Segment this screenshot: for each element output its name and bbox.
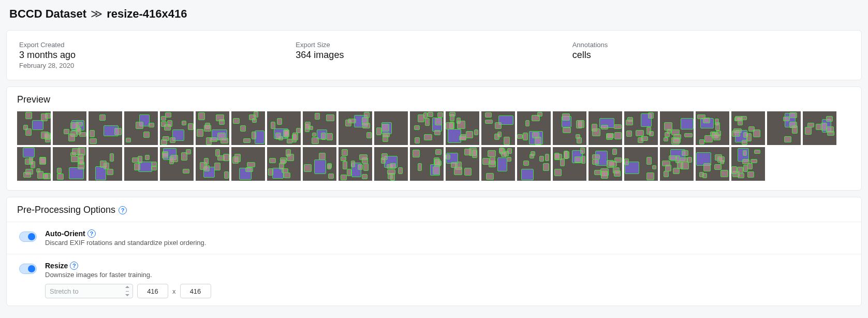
preview-thumbnail[interactable]	[231, 111, 265, 145]
preview-thumbnail[interactable]	[124, 111, 158, 145]
resize-height-input[interactable]	[180, 284, 211, 298]
preview-thumbnail[interactable]	[124, 147, 158, 181]
preview-grid	[7, 111, 861, 190]
dimension-separator: x	[172, 287, 176, 295]
breadcrumb-version[interactable]: resize-416x416	[107, 7, 187, 21]
export-size-block: Export Size 364 images	[296, 41, 572, 69]
preview-thumbnail[interactable]	[696, 111, 729, 145]
preview-thumbnail[interactable]	[17, 147, 51, 181]
preview-thumbnail[interactable]	[196, 111, 229, 145]
resize-mode-value: Stretch to	[50, 287, 79, 295]
preview-thumbnail[interactable]	[660, 147, 694, 181]
preview-thumbnail[interactable]	[410, 111, 444, 145]
preview-thumbnail[interactable]	[803, 111, 836, 145]
export-size-label: Export Size	[296, 41, 572, 49]
preview-thumbnail[interactable]	[767, 111, 801, 145]
preview-thumbnail[interactable]	[267, 147, 301, 181]
preprocessing-panel: Pre-Processing Options ? Auto-Orient ? D…	[6, 197, 862, 306]
preview-thumbnail[interactable]	[731, 147, 765, 181]
preview-thumbnail[interactable]	[553, 111, 586, 145]
preview-thumbnail[interactable]	[89, 111, 122, 145]
auto-orient-desc: Discard EXIF rotations and standardize p…	[45, 239, 206, 247]
option-auto-orient: Auto-Orient ? Discard EXIF rotations and…	[7, 222, 861, 254]
preview-thumbnail[interactable]	[53, 147, 86, 181]
preview-thumbnail[interactable]	[160, 111, 194, 145]
preview-thumbnail[interactable]	[517, 111, 551, 145]
preview-thumbnail[interactable]	[339, 147, 372, 181]
preview-thumbnail[interactable]	[660, 111, 694, 145]
preview-thumbnail[interactable]	[160, 147, 194, 181]
help-icon[interactable]: ?	[119, 206, 127, 214]
preview-thumbnail[interactable]	[553, 147, 586, 181]
preview-thumbnail[interactable]	[481, 111, 515, 145]
preview-thumbnail[interactable]	[196, 147, 229, 181]
export-info-panel: Export Created 3 months ago February 28,…	[6, 30, 862, 80]
preview-thumbnail[interactable]	[589, 111, 622, 145]
stepper-icon	[124, 286, 130, 296]
export-created-value: 3 months ago	[19, 50, 296, 61]
preview-thumbnail[interactable]	[374, 147, 408, 181]
preview-thumbnail[interactable]	[374, 111, 408, 145]
option-resize: Resize ? Downsize images for faster trai…	[7, 254, 861, 306]
export-created-date: February 28, 2020	[19, 62, 296, 69]
breadcrumb: BCCD Dataset ≫ resize-416x416	[0, 0, 868, 30]
preview-thumbnail[interactable]	[231, 147, 265, 181]
preview-thumbnail[interactable]	[589, 147, 622, 181]
preview-thumbnail[interactable]	[624, 111, 658, 145]
preview-thumbnail[interactable]	[624, 147, 658, 181]
annotations-label: Annotations	[572, 41, 849, 49]
annotations-value: cells	[572, 50, 849, 61]
preview-heading: Preview	[7, 87, 861, 111]
preprocessing-heading: Pre-Processing Options ?	[7, 197, 861, 222]
preview-thumbnail[interactable]	[481, 147, 515, 181]
auto-orient-toggle[interactable]	[19, 232, 37, 242]
preview-thumbnail[interactable]	[517, 147, 551, 181]
preview-thumbnail[interactable]	[410, 147, 444, 181]
preview-thumbnail[interactable]	[731, 111, 765, 145]
preprocessing-heading-text: Pre-Processing Options	[17, 205, 115, 215]
export-created-block: Export Created 3 months ago February 28,…	[19, 41, 296, 69]
resize-toggle[interactable]	[19, 264, 37, 274]
help-icon[interactable]: ?	[70, 262, 78, 270]
auto-orient-title: Auto-Orient	[45, 229, 85, 238]
breadcrumb-dataset[interactable]: BCCD Dataset	[9, 7, 86, 21]
breadcrumb-separator-icon: ≫	[91, 7, 102, 21]
preview-thumbnail[interactable]	[53, 111, 86, 145]
annotations-block: Annotations cells	[572, 41, 849, 69]
preview-thumbnail[interactable]	[696, 147, 729, 181]
preview-thumbnail[interactable]	[303, 147, 336, 181]
export-created-label: Export Created	[19, 41, 296, 49]
preview-thumbnail[interactable]	[303, 111, 336, 145]
preview-thumbnail[interactable]	[446, 147, 479, 181]
preview-thumbnail[interactable]	[89, 147, 122, 181]
resize-width-input[interactable]	[137, 284, 168, 298]
export-size-value: 364 images	[296, 50, 572, 61]
help-icon[interactable]: ?	[87, 229, 96, 238]
resize-desc: Downsize images for faster training.	[45, 271, 211, 279]
preview-thumbnail[interactable]	[446, 111, 479, 145]
preview-thumbnail[interactable]	[267, 111, 301, 145]
preview-thumbnail[interactable]	[339, 111, 372, 145]
preview-thumbnail[interactable]	[17, 111, 51, 145]
resize-title: Resize	[45, 262, 68, 270]
resize-mode-select[interactable]: Stretch to	[45, 284, 133, 298]
preview-panel: Preview	[6, 86, 862, 191]
